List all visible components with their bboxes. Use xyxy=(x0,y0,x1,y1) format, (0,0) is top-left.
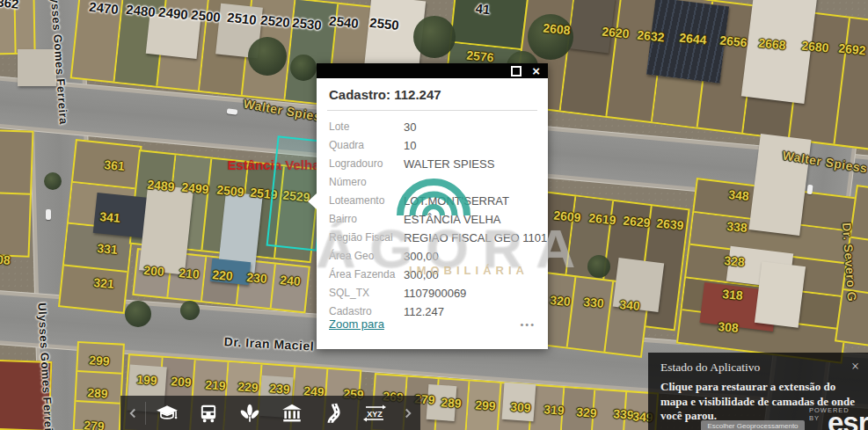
popup-attribute-table: Lote30Quadra10LogradouroWALTER SPIESSNúm… xyxy=(329,118,536,321)
popup-field-row: Lote30 xyxy=(329,118,536,136)
field-value: 10 xyxy=(404,136,416,155)
xyz-icon[interactable]: XYZ xyxy=(361,402,388,425)
field-label: Número xyxy=(329,173,404,192)
popup-field-row: Quadra10 xyxy=(329,136,536,155)
transport-widget-button xyxy=(188,396,230,430)
tree xyxy=(125,301,151,327)
popup-body: Cadastro: 112.247 Lote30Quadra10Logradou… xyxy=(317,78,548,339)
bottom-widget-toolbar: XYZ xyxy=(120,396,420,430)
tree xyxy=(587,255,610,278)
field-label: Área Geo xyxy=(329,247,404,266)
building xyxy=(502,383,536,421)
popup-field-row: Área Geo300,00 xyxy=(329,247,536,266)
parcel-block xyxy=(0,360,52,430)
maximize-icon[interactable] xyxy=(511,66,522,77)
environment-widget-button xyxy=(230,396,271,430)
popup-field-row: LoteamentoLOT.MONT'SERRAT xyxy=(329,192,536,210)
chevron-left-icon[interactable] xyxy=(120,396,145,430)
popup-field-row: BairroESTÂNCIA VELHA xyxy=(329,210,536,229)
building-solar-roof xyxy=(646,0,729,84)
field-label: Logradouro xyxy=(329,155,404,173)
building xyxy=(568,0,615,54)
field-label: SQL_TX xyxy=(329,284,404,302)
car xyxy=(46,209,51,220)
popup-footer: Zoom para ••• xyxy=(329,317,536,331)
web-map-app: 3622470248024902500251025202530254025504… xyxy=(0,0,868,430)
bank-icon[interactable] xyxy=(281,402,303,425)
tree xyxy=(180,301,200,320)
app-state-notification[interactable]: Estado do Aplicativo × Clique para resta… xyxy=(648,353,868,430)
field-value: LOT.MONT'SERRAT xyxy=(404,192,509,210)
building xyxy=(146,13,201,59)
field-label: Lote xyxy=(329,118,404,136)
geoprocessing-chip[interactable]: Escolher Geoprocessamento xyxy=(701,420,805,430)
building xyxy=(18,49,56,86)
graduation-cap-icon[interactable] xyxy=(156,402,179,425)
popup-field-row: LogradouroWALTER SPIESS xyxy=(329,155,536,173)
field-value: REGIAO FISCAL GEO 1101 xyxy=(404,229,547,247)
field-label: Quadra xyxy=(329,136,404,155)
field-label: Área Fazenda xyxy=(329,266,404,284)
popup-title: Cadastro: 112.247 xyxy=(329,84,536,110)
coordinates-widget-button: XYZ xyxy=(354,396,395,430)
svg-text:XYZ: XYZ xyxy=(367,409,383,418)
field-value: 300,00 xyxy=(404,247,439,266)
leaf-icon[interactable] xyxy=(238,402,261,425)
field-label: Loteamento xyxy=(329,192,404,210)
field-value: WALTER SPIESS xyxy=(404,155,494,173)
building xyxy=(139,185,193,275)
field-value: 30 xyxy=(404,118,416,136)
notification-title: Estado do Aplicativo xyxy=(660,361,760,375)
parcel-block xyxy=(0,129,33,257)
tree xyxy=(248,37,287,76)
education-widget-button xyxy=(146,396,187,430)
roads-widget-button xyxy=(312,396,354,430)
popup-header: × xyxy=(317,63,548,78)
popup-field-row: Área Fazenda300,00 xyxy=(329,266,536,284)
pool xyxy=(210,259,251,285)
tree xyxy=(44,172,62,190)
tree xyxy=(413,16,456,58)
building xyxy=(427,384,457,421)
parcel-block xyxy=(0,0,36,55)
field-value: 1107900069 xyxy=(404,284,466,302)
field-value: ESTÂNCIA VELHA xyxy=(404,210,501,229)
road-icon[interactable] xyxy=(322,402,345,425)
popup-field-row: SQL_TX1107900069 xyxy=(329,284,536,302)
popup-divider xyxy=(327,110,537,111)
close-icon[interactable]: × xyxy=(532,64,540,77)
popup-field-row: Região FiscalREGIAO FISCAL GEO 1101 xyxy=(329,229,536,247)
car xyxy=(227,108,238,114)
tree xyxy=(290,55,317,81)
field-label: Região Fiscal xyxy=(329,229,404,247)
cadastro-popup: × Cadastro: 112.247 Lote30Quadra10Lograd… xyxy=(317,63,548,349)
car xyxy=(260,102,270,107)
institutions-widget-button xyxy=(271,396,312,430)
parcel-block xyxy=(73,341,125,430)
bus-icon[interactable] xyxy=(197,402,220,425)
close-icon[interactable]: × xyxy=(851,361,859,373)
zoom-to-link[interactable]: Zoom para xyxy=(329,317,384,331)
chevron-right-icon[interactable] xyxy=(396,396,420,430)
popup-field-row: Número xyxy=(329,173,536,192)
building xyxy=(613,258,664,312)
building xyxy=(755,261,806,328)
car xyxy=(806,185,813,195)
notification-message: Clique para restaurar a extensão do mapa… xyxy=(648,375,868,424)
field-value: 300,00 xyxy=(404,266,439,284)
popup-pointer xyxy=(308,193,317,209)
field-label: Bairro xyxy=(329,210,404,229)
building xyxy=(741,0,817,104)
more-options-button[interactable]: ••• xyxy=(520,319,536,330)
tree xyxy=(528,14,573,60)
